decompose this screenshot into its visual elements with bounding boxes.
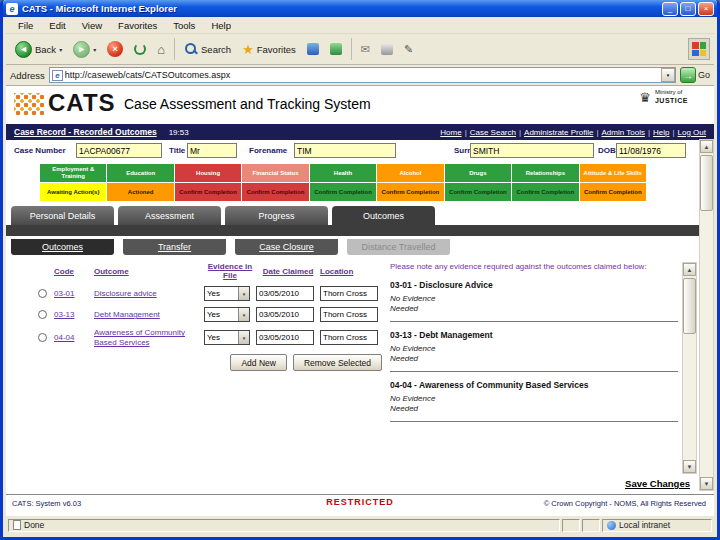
- row-outcome-link[interactable]: Debt Management: [94, 310, 204, 320]
- case-number-field[interactable]: [76, 143, 162, 158]
- nav-link-log-out[interactable]: Log Out: [678, 128, 706, 137]
- maximize-button[interactable]: □: [680, 2, 696, 16]
- forename-field[interactable]: [294, 143, 396, 158]
- mail-button[interactable]: ✉: [356, 42, 375, 57]
- evidence-select[interactable]: Yes▾: [204, 330, 250, 345]
- subtab-distance-travelled: Distance Travelled: [347, 239, 450, 255]
- nav-link-administrate-profile[interactable]: Administrate Profile: [524, 128, 593, 137]
- history-icon: [330, 43, 342, 55]
- nav-link-admin-tools[interactable]: Admin Tools: [601, 128, 644, 137]
- section-bar: Case Record - Recorded Outcomes 19:53 Ho…: [6, 124, 714, 140]
- nav-link-help[interactable]: Help: [653, 128, 669, 137]
- menu-bar: File Edit View Favorites Tools Help: [6, 17, 714, 34]
- dropdown-arrow-icon[interactable]: ▾: [238, 308, 249, 321]
- home-button[interactable]: ⌂: [152, 41, 170, 58]
- pathway-status[interactable]: Confirm Completion: [377, 183, 443, 201]
- page-scrollbar[interactable]: ▲ ▼: [699, 139, 714, 491]
- status-bar: Done Local intranet: [6, 515, 714, 534]
- tab-assessment[interactable]: Assessment: [118, 206, 221, 225]
- row-date: 03/05/2010: [256, 330, 314, 345]
- row-radio[interactable]: [38, 333, 47, 342]
- save-changes-link[interactable]: Save Changes: [625, 478, 690, 489]
- menu-edit[interactable]: Edit: [41, 20, 73, 31]
- address-dropdown-icon[interactable]: ▾: [661, 68, 675, 82]
- history-button[interactable]: [325, 41, 347, 57]
- scroll-up-button[interactable]: ▲: [700, 140, 713, 153]
- edit-button[interactable]: ✎: [399, 42, 418, 57]
- scroll-track[interactable]: [700, 153, 713, 477]
- go-button[interactable]: → Go: [680, 67, 710, 83]
- scroll-track[interactable]: [683, 276, 696, 460]
- menu-favorites[interactable]: Favorites: [110, 20, 165, 31]
- refresh-button[interactable]: [129, 41, 151, 57]
- evidence-select[interactable]: Yes▾: [204, 286, 250, 301]
- add-new-button[interactable]: Add New: [230, 354, 287, 371]
- dropdown-arrow-icon[interactable]: ▾: [238, 331, 249, 344]
- pathway-status[interactable]: Confirm Completion: [175, 183, 241, 201]
- col-header-date: Date Claimed: [256, 267, 320, 276]
- row-code[interactable]: 04-04: [54, 333, 94, 343]
- scroll-thumb[interactable]: [683, 278, 696, 334]
- tab-outcomes[interactable]: Outcomes: [332, 206, 435, 225]
- evidence-entry-title: 03-13 - Debt Management: [390, 330, 678, 340]
- favorites-label: Favorites: [257, 44, 296, 55]
- tab-progress[interactable]: Progress: [225, 206, 328, 225]
- search-button[interactable]: Search: [179, 40, 236, 58]
- pathway-status[interactable]: Actioned: [107, 183, 173, 201]
- favorites-button[interactable]: ★ Favorites: [237, 41, 301, 58]
- address-input[interactable]: [65, 69, 661, 81]
- tab-personal-details[interactable]: Personal Details: [11, 206, 114, 225]
- scroll-thumb[interactable]: [700, 155, 713, 211]
- back-label: Back: [35, 44, 56, 55]
- subtab-transfer[interactable]: Transfer: [123, 239, 226, 255]
- pathway-name: Education: [107, 164, 173, 182]
- nav-link-home[interactable]: Home: [440, 128, 461, 137]
- evidence-panel-scrollbar[interactable]: ▲ ▼: [682, 262, 697, 474]
- row-outcome-link[interactable]: Awareness of Community Based Services: [94, 328, 204, 347]
- row-code[interactable]: 03-13: [54, 310, 94, 320]
- forward-dropdown-icon[interactable]: ▾: [93, 46, 96, 53]
- menu-file[interactable]: File: [10, 20, 41, 31]
- pathway-name: Alcohol: [377, 164, 443, 182]
- row-radio[interactable]: [38, 289, 47, 298]
- surname-field[interactable]: [470, 143, 594, 158]
- pathway-status[interactable]: Awaiting Action(s): [40, 183, 106, 201]
- scroll-down-button[interactable]: ▼: [700, 477, 713, 490]
- pathway-status[interactable]: Confirm Completion: [512, 183, 578, 201]
- evidence-entry-title: 03-01 - Disclosure Advice: [390, 280, 678, 290]
- scroll-down-button[interactable]: ▼: [683, 460, 696, 473]
- dropdown-arrow-icon[interactable]: ▾: [238, 287, 249, 300]
- evidence-select[interactable]: Yes▾: [204, 307, 250, 322]
- pathway-status[interactable]: Confirm Completion: [310, 183, 376, 201]
- menu-tools[interactable]: Tools: [165, 20, 203, 31]
- evidence-entry-note: No Evidence Needed: [390, 344, 460, 365]
- title-field[interactable]: [187, 143, 237, 158]
- nav-link-case-search[interactable]: Case Search: [470, 128, 516, 137]
- remove-selected-button[interactable]: Remove Selected: [293, 354, 382, 371]
- document-icon: [13, 520, 21, 530]
- favorites-star-icon: ★: [242, 43, 254, 56]
- pathway-status[interactable]: Confirm Completion: [580, 183, 646, 201]
- row-code[interactable]: 03-01: [54, 289, 94, 299]
- pathway-status[interactable]: Confirm Completion: [445, 183, 511, 201]
- row-outcome-link[interactable]: Disclosure advice: [94, 289, 204, 299]
- row-location: Thorn Cross: [320, 330, 378, 345]
- clock-text: 19:53: [169, 128, 189, 137]
- subtab-outcomes[interactable]: Outcomes: [11, 239, 114, 255]
- menu-help[interactable]: Help: [203, 20, 239, 31]
- back-button[interactable]: ◄ Back ▾: [10, 39, 67, 60]
- pathway-status[interactable]: Confirm Completion: [242, 183, 308, 201]
- subtab-case-closure[interactable]: Case Closure: [235, 239, 338, 255]
- menu-view[interactable]: View: [74, 20, 110, 31]
- forward-button[interactable]: ► ▾: [68, 39, 101, 60]
- stop-icon: ×: [107, 41, 123, 57]
- minimize-button[interactable]: _: [662, 2, 678, 16]
- scroll-up-button[interactable]: ▲: [683, 263, 696, 276]
- row-radio[interactable]: [38, 310, 47, 319]
- dob-field[interactable]: [616, 143, 686, 158]
- stop-button[interactable]: ×: [102, 39, 128, 59]
- media-button[interactable]: [302, 41, 324, 57]
- print-button[interactable]: [376, 41, 398, 57]
- close-button[interactable]: ×: [698, 2, 714, 16]
- back-dropdown-icon[interactable]: ▾: [59, 46, 62, 53]
